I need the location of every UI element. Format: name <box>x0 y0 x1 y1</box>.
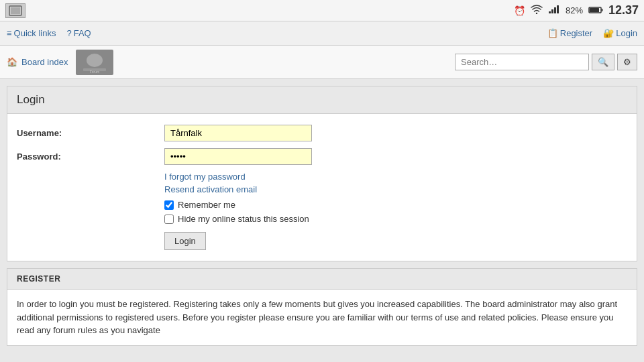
password-row: Password: <box>17 148 627 165</box>
login-container: Login Username: Password: I forgot my pa… <box>7 86 637 261</box>
page: ≡ Quick links ? FAQ 📋 Register 🔐 Login 🏠… <box>0 21 644 362</box>
search-input[interactable] <box>455 54 589 70</box>
login-icon: 🔐 <box>603 28 614 38</box>
search-area: 🔍 ⚙ <box>455 54 637 70</box>
login-body: Username: Password: I forgot my password… <box>7 114 637 261</box>
login-title: Login <box>7 86 637 114</box>
svg-rect-4 <box>551 9 553 13</box>
svg-point-11 <box>87 54 103 67</box>
hide-online-row: Hide my online status this session <box>164 214 627 224</box>
remember-me-label: Remember me <box>178 200 235 210</box>
status-time: 12.37 <box>608 3 639 17</box>
login-link[interactable]: 🔐 Login <box>603 28 637 38</box>
svg-point-2 <box>536 13 537 14</box>
username-label: Username: <box>17 128 164 138</box>
battery-percent: 82% <box>566 5 583 15</box>
svg-rect-8 <box>601 9 602 11</box>
search-button[interactable]: 🔍 <box>592 54 614 70</box>
register-icon: 📋 <box>547 28 558 38</box>
remember-me-row: Remember me <box>164 200 627 210</box>
login-button[interactable]: Login <box>164 232 206 250</box>
hide-online-checkbox[interactable] <box>164 215 174 224</box>
register-container: REGISTER In order to login you must be r… <box>7 268 637 346</box>
svg-text:Forum: Forum <box>90 70 99 74</box>
nav-right: 📋 Register 🔐 Login <box>547 28 637 38</box>
status-bar: ⏰ 82% 12.37 <box>0 0 644 21</box>
status-right: ⏰ 82% 12.37 <box>514 3 639 17</box>
board-index-label: Board index <box>21 57 68 67</box>
board-index-link[interactable]: 🏠 Board index <box>7 57 68 67</box>
register-title: REGISTER <box>7 269 637 290</box>
content: Login Username: Password: I forgot my pa… <box>0 79 644 353</box>
resend-activation-link[interactable]: Resend activation email <box>164 184 627 194</box>
faq-link[interactable]: ? FAQ <box>66 28 91 38</box>
faq-label: FAQ <box>74 28 91 38</box>
faq-icon: ? <box>66 28 71 38</box>
forum-logo: Forum <box>76 50 113 75</box>
advanced-search-button[interactable]: ⚙ <box>617 54 637 70</box>
status-left <box>5 3 25 18</box>
username-row: Username: <box>17 125 627 141</box>
login-nav-label: Login <box>616 28 637 38</box>
quicklinks-icon: ≡ <box>7 28 12 38</box>
wifi-icon <box>531 5 543 16</box>
register-link[interactable]: 📋 Register <box>547 28 592 38</box>
quicklinks-label: Quick links <box>14 28 56 38</box>
username-input[interactable] <box>164 125 312 141</box>
header: 🏠 Board index Forum 🔍 ⚙ <box>0 46 644 79</box>
signal-icon <box>548 5 560 16</box>
password-label: Password: <box>17 152 164 162</box>
home-icon: 🏠 <box>7 57 17 67</box>
svg-rect-3 <box>549 11 551 13</box>
password-input[interactable] <box>164 148 312 165</box>
forgot-password-link[interactable]: I forgot my password <box>164 172 627 182</box>
register-body: In order to login you must be registered… <box>7 290 637 345</box>
svg-rect-5 <box>554 7 556 13</box>
register-label: Register <box>560 28 592 38</box>
svg-rect-9 <box>590 8 599 12</box>
quicklinks-link[interactable]: ≡ Quick links <box>7 28 56 38</box>
svg-rect-6 <box>557 5 559 13</box>
form-links: I forgot my password Resend activation e… <box>164 172 627 194</box>
remember-me-checkbox[interactable] <box>164 200 174 210</box>
alarm-icon: ⏰ <box>514 5 525 16</box>
hide-online-label: Hide my online status this session <box>178 214 309 224</box>
battery-icon <box>588 5 603 16</box>
thumbnail-icon <box>5 3 25 18</box>
top-nav: ≡ Quick links ? FAQ 📋 Register 🔐 Login <box>0 21 644 46</box>
svg-rect-1 <box>11 7 20 14</box>
